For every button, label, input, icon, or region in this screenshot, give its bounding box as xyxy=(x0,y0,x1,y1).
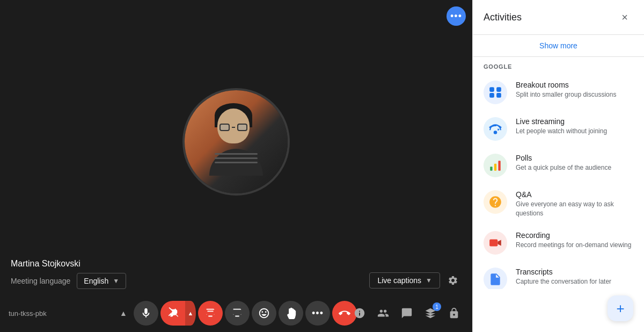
close-panel-button[interactable]: × xyxy=(616,9,633,26)
people-button[interactable] xyxy=(374,304,393,323)
breakout-rooms-icon xyxy=(484,81,507,104)
meeting-language-row: Meeting language English ▼ xyxy=(11,273,126,289)
meeting-language-label: Meeting language xyxy=(11,277,70,285)
chat-button[interactable] xyxy=(397,304,416,323)
list-item[interactable]: Q&A Give everyone an easy way to ask que… xyxy=(477,184,640,225)
user-name: Martina Stojkovski xyxy=(11,259,126,269)
qa-desc: Give everyone an easy way to ask questio… xyxy=(516,200,633,218)
list-item[interactable]: Polls Get a quick pulse of the audience xyxy=(477,147,640,184)
screenshare-icon xyxy=(231,307,243,319)
activities-button[interactable]: 1 xyxy=(421,304,440,323)
recording-icon xyxy=(484,231,507,255)
camera-chevron-button[interactable]: ▲ xyxy=(185,301,196,326)
raise-hand-button[interactable] xyxy=(279,301,303,326)
toolbar-right: 1 xyxy=(350,304,464,323)
more-options-button[interactable]: ••• xyxy=(447,6,466,26)
chevron-up-button[interactable]: ▲ xyxy=(115,305,131,321)
people-icon xyxy=(377,307,389,319)
svg-rect-3 xyxy=(489,93,494,98)
more-button[interactable]: ••• xyxy=(305,301,330,326)
polls-desc: Get a quick pulse of the audience xyxy=(516,163,611,172)
toolbar-center: ▲ ▲ xyxy=(115,301,357,326)
lock-icon xyxy=(448,307,460,319)
info-icon xyxy=(354,307,365,319)
transcripts-icon xyxy=(484,268,507,289)
app-container: ••• xyxy=(0,0,644,332)
list-item[interactable]: Breakout rooms Split into smaller group … xyxy=(477,74,640,111)
svg-point-5 xyxy=(494,131,497,134)
video-area: ••• xyxy=(0,0,472,332)
captions-row: Live captions ▼ xyxy=(369,272,462,289)
polls-icon xyxy=(484,154,507,177)
list-item[interactable]: Live streaming Let people watch without … xyxy=(477,111,640,147)
language-select[interactable]: English ▼ xyxy=(77,273,126,289)
activities-panel: Activities × Show more GOOGLE xyxy=(472,0,644,332)
glasses-icon xyxy=(219,124,247,131)
breakout-rooms-title: Breakout rooms xyxy=(516,81,616,89)
phone-end-icon xyxy=(339,307,350,319)
live-streaming-text: Live streaming Let people watch without … xyxy=(516,117,607,136)
list-item[interactable]: Transcripts Capture the conversation for… xyxy=(477,261,640,289)
captions-select[interactable]: Live captions ▼ xyxy=(369,272,440,288)
present-icon xyxy=(204,307,216,319)
toolbar-left: tun-tkss-pbk xyxy=(9,309,47,317)
settings-button[interactable] xyxy=(444,272,462,289)
chevron-down-icon: ▼ xyxy=(426,277,432,284)
transcripts-text: Transcripts Capture the conversation for… xyxy=(516,268,611,286)
qa-text: Q&A Give everyone an easy way to ask que… xyxy=(516,190,633,218)
svg-rect-2 xyxy=(496,87,501,92)
meeting-code: tun-tkss-pbk xyxy=(9,309,47,317)
user-info: Martina Stojkovski Meeting language Engl… xyxy=(11,259,126,289)
notification-badge: 1 xyxy=(433,302,441,311)
present-button[interactable] xyxy=(198,301,223,326)
qa-title: Q&A xyxy=(516,190,633,199)
info-button[interactable] xyxy=(350,304,369,323)
svg-rect-8 xyxy=(498,161,500,170)
panel-header: Activities × xyxy=(473,0,644,35)
panel-title: Activities xyxy=(484,12,522,23)
svg-rect-6 xyxy=(490,167,492,171)
toolbar: tun-tkss-pbk ▲ xyxy=(0,294,472,332)
chevron-down-icon: ▼ xyxy=(113,277,119,285)
avatar xyxy=(182,88,290,196)
live-streaming-desc: Let people watch without joining xyxy=(516,127,607,136)
breakout-rooms-text: Breakout rooms Split into smaller group … xyxy=(516,81,616,99)
language-value: English xyxy=(84,277,108,285)
chat-icon xyxy=(401,307,413,319)
transcripts-desc: Capture the conversation for later xyxy=(516,277,611,286)
raise-hand-icon xyxy=(285,307,297,319)
svg-rect-1 xyxy=(489,87,494,92)
recording-desc: Record meetings for on-demand viewing xyxy=(516,241,631,250)
show-more-section: Show more xyxy=(473,35,644,57)
camera-off-icon xyxy=(167,307,179,319)
plus-icon: + xyxy=(616,300,624,317)
mic-icon xyxy=(140,307,152,319)
fab-container: + xyxy=(473,289,644,332)
three-dots-icon: ••• xyxy=(312,308,324,319)
qa-icon xyxy=(484,190,507,214)
activities-list: Breakout rooms Split into smaller group … xyxy=(473,74,644,289)
dots-icon: ••• xyxy=(450,11,462,21)
avatar-head xyxy=(217,109,250,143)
polls-text: Polls Get a quick pulse of the audience xyxy=(516,154,611,172)
emoji-icon xyxy=(258,307,270,319)
microphone-button[interactable] xyxy=(134,301,158,326)
camera-off-button[interactable] xyxy=(160,301,185,326)
add-activity-button[interactable]: + xyxy=(608,295,633,321)
svg-rect-7 xyxy=(494,164,496,171)
list-item[interactable]: Recording Record meetings for on-demand … xyxy=(477,225,640,261)
captions-value: Live captions xyxy=(377,276,421,285)
google-section-label: GOOGLE xyxy=(473,57,644,74)
screenshare-button[interactable] xyxy=(225,301,250,326)
camera-button-group: ▲ xyxy=(160,301,196,326)
polls-title: Polls xyxy=(516,154,611,162)
show-more-button[interactable]: Show more xyxy=(539,41,577,50)
breakout-rooms-desc: Split into smaller group discussions xyxy=(516,90,616,99)
gear-icon xyxy=(448,275,458,286)
close-icon: × xyxy=(621,11,628,24)
avatar-body xyxy=(209,149,263,176)
emoji-button[interactable] xyxy=(252,301,276,326)
lock-button[interactable] xyxy=(444,304,464,323)
recording-title: Recording xyxy=(516,231,631,240)
svg-rect-9 xyxy=(489,239,497,246)
